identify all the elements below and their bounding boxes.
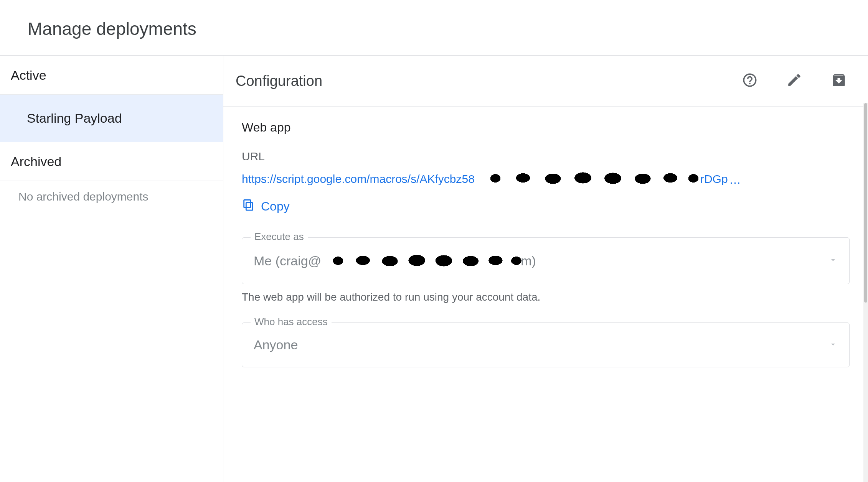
- chevron-down-icon: [828, 340, 838, 350]
- archive-icon: [831, 72, 847, 90]
- help-button[interactable]: [736, 67, 764, 95]
- execute-as-select[interactable]: Execute as Me (craig@ m): [242, 237, 850, 284]
- manage-deployments-dialog: Manage deployments Active Starling Paylo…: [0, 0, 868, 482]
- execute-as-value: Me (craig@ m): [254, 252, 828, 269]
- execute-as-helper: The web app will be authorized to run us…: [242, 291, 850, 303]
- sidebar: Active Starling Payload Archived No arch…: [0, 56, 223, 482]
- sidebar-section-active: Active: [0, 56, 223, 95]
- who-has-access-select[interactable]: Who has access Anyone: [242, 322, 850, 367]
- help-circle-icon: [742, 72, 758, 90]
- execute-as-redaction: [317, 252, 525, 269]
- main-panel: Configuration: [223, 56, 868, 482]
- sidebar-section-archived: Archived: [0, 142, 223, 181]
- url-prefix: https://script.google.com/macros/s/AKfyc…: [242, 173, 475, 185]
- web-app-heading: Web app: [242, 120, 850, 135]
- main-header: Configuration: [223, 56, 868, 107]
- dialog-body: Active Starling Payload Archived No arch…: [0, 56, 868, 482]
- url-row: https://script.google.com/macros/s/AKfyc…: [242, 170, 850, 190]
- pencil-icon: [786, 72, 802, 90]
- chevron-down-icon: [828, 255, 838, 266]
- deployment-url-link[interactable]: https://script.google.com/macros/s/AKfyc…: [242, 170, 728, 190]
- url-ellipsis: …: [729, 173, 741, 186]
- archived-empty-text: No archived deployments: [0, 181, 223, 212]
- svg-rect-0: [246, 202, 252, 210]
- url-label: URL: [242, 150, 850, 163]
- sidebar-item-starling-payload[interactable]: Starling Payload: [0, 95, 223, 142]
- sidebar-item-label: Starling Payload: [27, 111, 122, 125]
- who-has-access-value: Anyone: [254, 337, 828, 352]
- copy-label: Copy: [261, 199, 290, 214]
- url-suffix: rDGp: [700, 173, 728, 185]
- execute-as-label: Execute as: [251, 231, 308, 243]
- copy-icon: [242, 198, 255, 214]
- svg-rect-1: [244, 200, 251, 207]
- url-redaction: [472, 170, 703, 188]
- archive-button[interactable]: [825, 67, 853, 95]
- main-content: Web app URL https://script.google.com/ma…: [223, 107, 868, 482]
- copy-url-button[interactable]: Copy: [242, 198, 290, 214]
- edit-button[interactable]: [781, 67, 808, 95]
- who-has-access-label: Who has access: [251, 316, 332, 328]
- dialog-title: Manage deployments: [0, 0, 868, 56]
- configuration-title: Configuration: [236, 73, 719, 89]
- execute-as-prefix: Me (craig@: [254, 253, 321, 268]
